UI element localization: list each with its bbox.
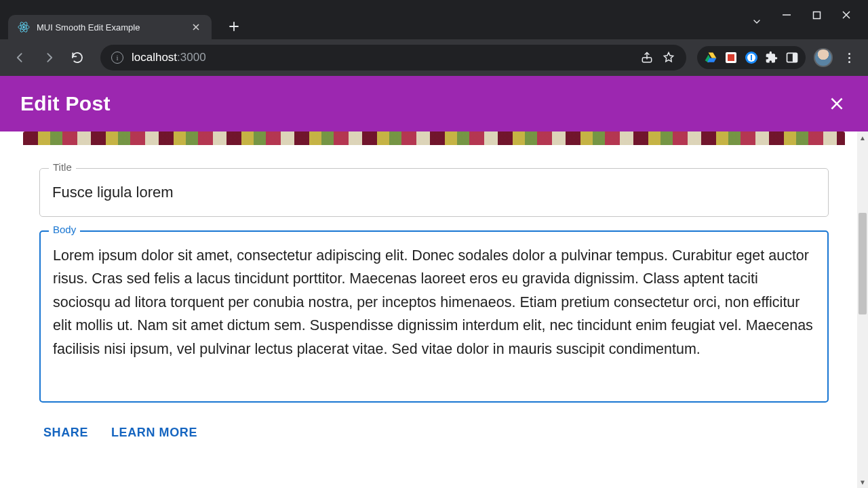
extensions-puzzle-icon[interactable] [765,51,778,64]
vertical-scrollbar[interactable]: ▲ ▼ [857,131,868,488]
address-bar[interactable]: i localhost:3000 [100,45,686,70]
url-text: localhost:3000 [132,51,206,64]
extensions-pill [697,46,806,69]
svg-rect-1 [813,12,820,18]
window-controls [751,0,868,22]
browser-menu-icon[interactable] [841,53,857,63]
app-bar: Edit Post [0,76,868,131]
card-actions: SHARE LEARN MORE [39,426,829,440]
tab-search-icon[interactable] [751,9,762,22]
svg-rect-8 [728,54,734,61]
profile-avatar[interactable] [814,48,833,67]
scroll-down-icon[interactable]: ▼ [857,476,868,488]
dialog-close-button[interactable] [826,93,848,115]
new-tab-button[interactable] [224,16,244,37]
site-info-icon[interactable]: i [111,52,123,64]
title-field: Title [39,168,829,217]
browser-tab-active[interactable]: MUI Smooth Edit Example [8,15,212,39]
scroll-up-icon[interactable]: ▲ [857,131,868,144]
browser-toolbar: i localhost:3000 [0,39,868,76]
forward-button[interactable] [37,45,61,70]
title-input[interactable] [39,168,829,217]
browser-chrome: MUI Smooth Edit Example i localhost:3000 [0,0,868,76]
body-textarea[interactable] [53,244,815,386]
window-maximize-icon[interactable] [811,9,822,20]
extension-icon[interactable] [724,51,738,64]
extensions-area [697,46,860,69]
body-field: Body [39,230,829,403]
svg-point-2 [22,26,24,28]
svg-rect-13 [793,53,797,62]
svg-rect-11 [751,55,752,60]
title-label: Title [49,161,76,173]
page-viewport: Edit Post Title Body SHARE LEARN MORE [0,76,868,488]
body-label: Body [49,224,80,235]
react-icon [18,21,30,33]
tab-title: MUI Smooth Edit Example [37,22,183,33]
share-page-icon[interactable] [640,51,654,64]
back-button[interactable] [8,45,33,70]
share-button[interactable]: SHARE [43,426,88,440]
learn-more-button[interactable]: LEARN MORE [111,426,197,440]
google-drive-icon[interactable] [704,51,717,64]
page-title: Edit Post [20,92,111,115]
panel-icon[interactable] [785,51,799,64]
content-area: Title Body SHARE LEARN MORE ▲ ▼ [0,131,868,488]
header-image [23,131,845,145]
bookmark-star-icon[interactable] [662,51,675,64]
tab-close-icon[interactable] [190,21,202,33]
edit-form: Title Body SHARE LEARN MORE [23,145,845,456]
onepassword-icon[interactable] [745,51,758,64]
window-minimize-icon[interactable] [781,9,792,20]
window-close-icon[interactable] [841,9,852,20]
tab-strip: MUI Smooth Edit Example [0,9,868,39]
scroll-thumb[interactable] [859,213,867,314]
reload-button[interactable] [65,45,90,70]
